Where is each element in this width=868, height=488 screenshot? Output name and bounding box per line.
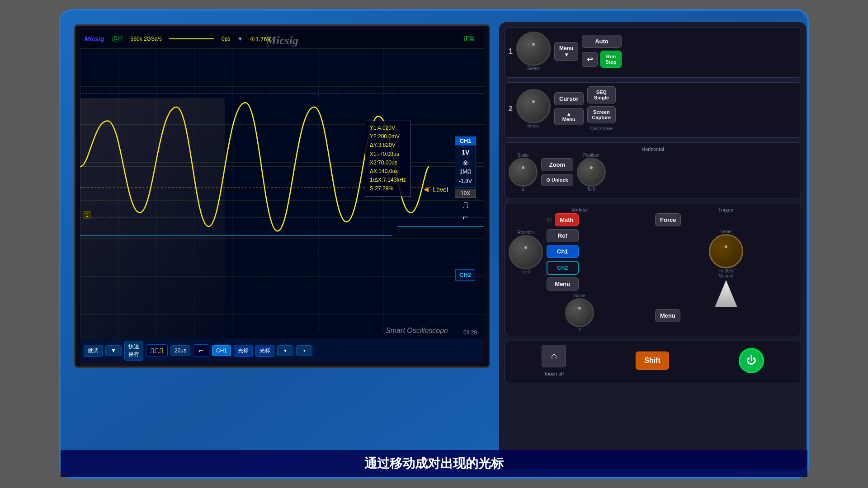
dropdown-btn[interactable]: ▼	[105, 345, 122, 356]
subtitle-text: 通过移动成对出现的光标	[364, 455, 504, 472]
zoom-btn[interactable]: Zoom	[541, 158, 573, 171]
trigger-level-display: ①1.76V	[250, 36, 271, 42]
edge-btn[interactable]: ⌐	[193, 344, 209, 357]
position-v-label: Position	[518, 230, 534, 235]
ch1-number: 1	[509, 47, 513, 56]
ch1-v-btn[interactable]: Ch1	[547, 245, 579, 258]
ch2-knob[interactable]	[516, 89, 551, 123]
unlock-btn[interactable]: ⊙ Unlock	[541, 174, 573, 186]
to0-label: To 0	[587, 187, 595, 192]
brand-label: Micsig	[85, 35, 104, 42]
v-unit-label: V	[578, 327, 581, 332]
trigger-level-knob[interactable]	[709, 234, 743, 268]
scale-label: Scale	[517, 153, 528, 158]
s1-label: S1	[547, 217, 552, 222]
run-stop-btn[interactable]: RunStop	[600, 51, 621, 68]
ch2-knob-wrap: Select	[516, 89, 551, 128]
meas-s: S:27.29%	[370, 184, 406, 193]
quick-save-btn[interactable]: 快速保存	[124, 341, 143, 361]
screen-toolbar: 微调 ▼ 快速保存 ⎍⎍⎍ 20us ⌐ CH1 光标 光标 ▾ ▪	[80, 339, 484, 362]
cursor-btn[interactable]: Cursor	[554, 92, 584, 105]
smart-osc-label: Smart Oscilloscope	[386, 327, 448, 335]
vertical-position-knob[interactable]	[509, 235, 543, 269]
level-indicator: ◄ Level	[422, 185, 448, 194]
screen-inner: Micsig Micsig 运行 560k 2GSa/s 0ps ▼ ①1.76…	[80, 30, 484, 362]
time-display: 09:29	[463, 329, 477, 336]
battery-btn[interactable]: ▪	[296, 345, 312, 356]
math-btn[interactable]: Math	[555, 213, 578, 226]
pulse-icon1: ⎍	[455, 200, 476, 210]
ref-btn[interactable]: Ref	[547, 229, 579, 242]
home-btn[interactable]: ⌂	[542, 345, 566, 367]
trigger-title: Trigger	[655, 207, 797, 212]
to0-v-label: To 0	[522, 269, 530, 274]
vertical-col: Vertical Position To 0 S1 Ma	[509, 207, 651, 332]
position-knob-indicator	[590, 166, 593, 169]
time-20us-btn[interactable]: 20us	[170, 345, 190, 356]
meas-x1: X1:-70.00us	[370, 150, 406, 159]
position-knob-wrap: Position To 0	[577, 153, 606, 192]
trigger-controls: Force	[655, 213, 797, 226]
ch1-knob[interactable]	[516, 32, 551, 66]
ch1-right-buttons: Auto ↩ RunStop	[582, 35, 621, 68]
ch1-title: CH1	[455, 136, 476, 145]
more-btn[interactable]: ▾	[277, 345, 293, 356]
measurement-box: Y1:4.020V Y2:200.0mV ΔY:3.820V X1:-70.00…	[365, 121, 411, 197]
scale-knob[interactable]	[509, 158, 538, 187]
back-run-row: ↩ RunStop	[582, 51, 621, 68]
time-per-div: 0ps	[222, 36, 230, 42]
menu-btn-1[interactable]: Menu▾	[554, 42, 578, 61]
vscale-knob-ind	[578, 307, 581, 310]
source-knob[interactable]	[715, 280, 737, 307]
cursor2-btn[interactable]: 光标	[255, 345, 274, 357]
seq-single-btn[interactable]: SEQSingle	[587, 86, 616, 103]
to50-label: To 50%	[718, 268, 733, 273]
ch1-details: 1V 全 1MΩ -1.8V	[455, 145, 476, 188]
level-arrow: ◄	[422, 185, 430, 194]
ch2-right-buttons: SEQSingle ScreenCapture Quick save	[587, 86, 616, 131]
cursor1-btn[interactable]: 光标	[234, 345, 253, 357]
bottom-buttons-section: ⌂ Touch off Shift ⏻	[505, 341, 801, 383]
meas-y1: Y1:4.020V	[370, 124, 406, 132]
horizontal-title: Horizontal	[509, 146, 797, 152]
ch1-knob-wrap: Select	[516, 32, 551, 71]
select-label2: Select	[527, 123, 540, 128]
meas-dx: ΔX:140.0us	[370, 167, 406, 176]
time-line	[169, 38, 214, 39]
power-btn[interactable]: ⏻	[739, 348, 764, 373]
knob-indicator-2	[532, 100, 535, 103]
menu-v-btn[interactable]: Menu	[547, 277, 579, 291]
auto-btn[interactable]: Auto	[582, 35, 621, 48]
trigger-col: Trigger Force Level To 50% Source Menu	[655, 207, 797, 332]
vertical-trigger-cols: Vertical Position To 0 S1 Ma	[509, 207, 797, 332]
source-label: Source	[655, 273, 797, 278]
fine-tune-btn[interactable]: 微调	[84, 345, 103, 357]
vertical-trigger-section: Vertical Position To 0 S1 Ma	[505, 203, 801, 336]
level-t-label: Level	[655, 229, 797, 234]
oscilloscope-screen: Micsig Micsig 运行 560k 2GSa/s 0ps ▼ ①1.76…	[74, 24, 490, 368]
scale-knob-wrap: Scale s	[509, 153, 538, 192]
ch1-toolbar-btn[interactable]: CH1	[212, 345, 231, 356]
bottom-row: ⌂ Touch off Shift ⏻	[509, 345, 797, 376]
pulse-btn[interactable]: ⎍⎍⎍	[146, 344, 168, 357]
ch1-control-section: 1 Select Menu▾ Auto ↩ RunStop	[505, 28, 801, 78]
meas-inv-dx: 1/ΔX:7.143kHz	[370, 176, 406, 184]
position-knob[interactable]	[577, 158, 606, 187]
ch2-v-btn[interactable]: Ch2	[547, 261, 579, 275]
normal-label: 正常	[463, 35, 475, 43]
horizontal-row: Scale s Zoom ⊙ Unlock Position To 0	[509, 153, 797, 192]
menu2-btn[interactable]: ▲Menu	[554, 108, 584, 125]
screen-capture-btn[interactable]: ScreenCapture	[587, 106, 616, 123]
back-btn[interactable]: ↩	[582, 52, 598, 67]
ch1-info-panel: CH1 1V 全 1MΩ -1.8V 10X ⎍ ⌐	[455, 136, 476, 222]
tlevel-knob-ind	[725, 245, 727, 248]
menu-t-btn[interactable]: Menu	[655, 309, 680, 322]
vertical-buttons: S1 Math Ref Ch1 Ch2 Menu	[547, 213, 579, 291]
subtitle-bar: 通过移动成对出现的光标	[61, 450, 807, 477]
horizontal-buttons: Zoom ⊙ Unlock	[541, 158, 573, 186]
ch1-row: 1 Select Menu▾ Auto ↩ RunStop	[509, 32, 797, 71]
vertical-scale-knob[interactable]	[565, 298, 594, 327]
ch1-position-marker: 1	[84, 211, 90, 219]
force-btn[interactable]: Force	[655, 213, 681, 226]
shift-btn[interactable]: Shift	[636, 352, 669, 370]
